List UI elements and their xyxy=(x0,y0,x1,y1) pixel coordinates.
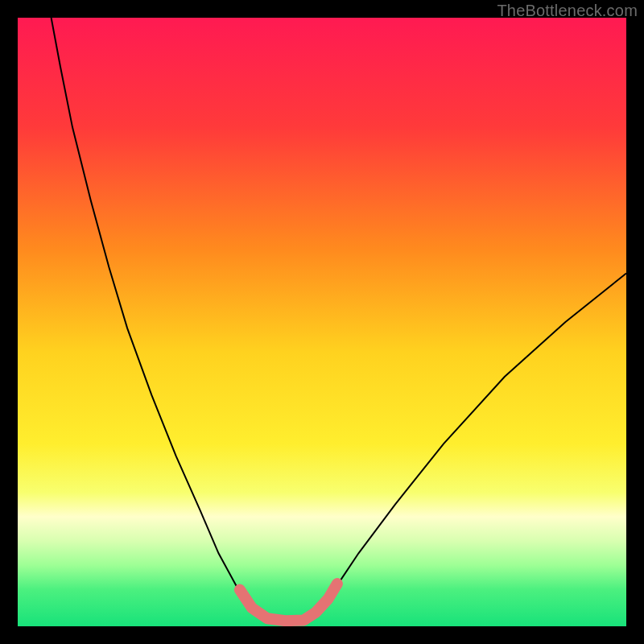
plot-area xyxy=(18,18,626,626)
chart-svg xyxy=(18,18,626,626)
gradient-background xyxy=(18,18,626,626)
chart-frame: TheBottleneck.com xyxy=(0,0,644,644)
watermark-text: TheBottleneck.com xyxy=(497,2,638,20)
